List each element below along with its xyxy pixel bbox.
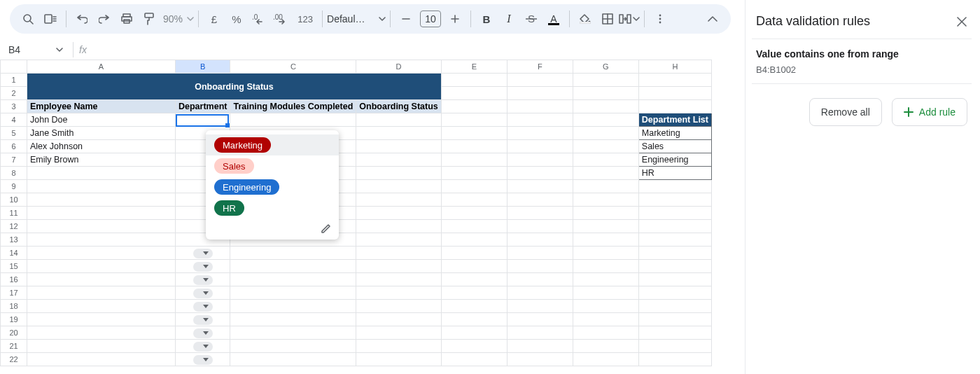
dropdown-cell[interactable] (176, 260, 230, 273)
zoom-dropdown[interactable]: 90% (160, 13, 194, 25)
col-header[interactable]: F (507, 60, 573, 74)
bold-button[interactable]: B (477, 9, 496, 29)
cell[interactable]: HR (638, 167, 711, 180)
remove-all-button[interactable]: Remove all (809, 98, 882, 126)
increase-font-size-button[interactable] (445, 9, 465, 29)
row-header[interactable]: 2 (1, 87, 27, 100)
row-header[interactable]: 5 (1, 127, 27, 140)
undo-icon[interactable] (72, 9, 92, 29)
col-header[interactable]: C (230, 60, 356, 74)
dropdown-option[interactable]: Sales (206, 155, 339, 176)
row-header[interactable]: 17 (1, 286, 27, 300)
cell[interactable]: Emily Brown (27, 153, 176, 167)
font-family-dropdown[interactable]: Defaul… (327, 13, 386, 25)
svg-rect-7 (122, 17, 132, 21)
table-header[interactable]: Department (176, 100, 230, 113)
text-color-button[interactable]: A (544, 9, 564, 29)
validation-rule-card[interactable]: Value contains one from range B4:B1002 (752, 39, 972, 84)
dropdown-cell[interactable] (176, 247, 230, 260)
currency-button[interactable]: £ (204, 9, 224, 29)
svg-text:.0: .0 (252, 13, 258, 21)
table-header[interactable]: Employee Name (27, 100, 176, 113)
cell-active[interactable] (176, 113, 230, 127)
row-header[interactable]: 4 (1, 113, 27, 127)
select-all-cell[interactable] (1, 60, 27, 74)
row-header[interactable]: 21 (1, 340, 27, 353)
cell[interactable]: Engineering (638, 153, 711, 167)
search-icon[interactable] (18, 9, 38, 29)
row-header[interactable]: 7 (1, 153, 27, 167)
col-header[interactable]: A (27, 60, 176, 74)
col-header[interactable]: G (573, 60, 638, 74)
cell[interactable]: Marketing (638, 127, 711, 140)
dropdown-option[interactable]: Engineering (206, 176, 339, 198)
cell[interactable]: Alex Johnson (27, 140, 176, 153)
print-icon[interactable] (117, 9, 136, 29)
chevron-down-icon (187, 15, 194, 22)
row-header[interactable]: 6 (1, 140, 27, 153)
row-header[interactable]: 11 (1, 207, 27, 220)
row-header[interactable]: 13 (1, 233, 27, 247)
borders-button[interactable] (598, 9, 617, 29)
cell[interactable]: Jane Smith (27, 127, 176, 140)
row-header[interactable]: 16 (1, 273, 27, 286)
svg-rect-9 (145, 13, 153, 18)
dropdown-cell[interactable] (176, 300, 230, 313)
dropdown-cell[interactable] (176, 326, 230, 340)
col-header[interactable]: H (638, 60, 711, 74)
col-header[interactable]: E (441, 60, 507, 74)
font-size-input[interactable]: 10 (420, 11, 441, 27)
svg-text:.00: .00 (273, 13, 283, 21)
decrease-decimal-button[interactable]: .0 (249, 9, 269, 29)
row-header[interactable]: 8 (1, 167, 27, 180)
cell[interactable]: Sales (638, 140, 711, 153)
cell[interactable]: John Doe (27, 113, 176, 127)
italic-button[interactable]: I (499, 9, 519, 29)
more-formats-button[interactable]: 123 (294, 9, 316, 29)
name-box[interactable]: B4 (4, 44, 63, 55)
svg-rect-21 (620, 15, 623, 23)
col-header[interactable]: D (356, 60, 442, 74)
table-header[interactable]: Onboarding Status (356, 100, 442, 113)
row-header[interactable]: 10 (1, 193, 27, 207)
dept-list-header[interactable]: Department List (638, 113, 711, 127)
dropdown-cell[interactable] (176, 353, 230, 366)
dropdown-edit-button[interactable] (206, 219, 339, 237)
add-rule-button[interactable]: Add rule (892, 98, 967, 126)
row-header[interactable]: 1 (1, 74, 27, 87)
col-header[interactable]: B (176, 60, 230, 74)
row-header[interactable]: 14 (1, 247, 27, 260)
dropdown-option[interactable]: Marketing (206, 134, 339, 155)
spreadsheet-grid[interactable]: A B C D E F G H 1 Onboarding Status 2 3 … (0, 60, 742, 366)
dropdown-option[interactable]: HR (206, 198, 339, 219)
dropdown-cell[interactable] (176, 313, 230, 326)
row-header[interactable]: 19 (1, 313, 27, 326)
row-header[interactable]: 22 (1, 353, 27, 366)
row-header[interactable]: 20 (1, 326, 27, 340)
increase-decimal-button[interactable]: .00 (272, 9, 291, 29)
collapse-toolbar-icon[interactable] (703, 9, 722, 29)
svg-rect-2 (45, 15, 52, 23)
more-icon[interactable] (650, 9, 670, 29)
close-icon[interactable] (956, 16, 967, 27)
row-header[interactable]: 3 (1, 100, 27, 113)
strikethrough-button[interactable]: S (522, 9, 541, 29)
merge-cells-button[interactable] (619, 14, 640, 24)
row-header[interactable]: 15 (1, 260, 27, 273)
side-panel: Data validation rules Value contains one… (752, 7, 972, 367)
dropdown-cell[interactable] (176, 340, 230, 353)
title-cell[interactable]: Onboarding Status (27, 74, 442, 100)
row-header[interactable]: 9 (1, 180, 27, 193)
menus-icon[interactable] (41, 9, 60, 29)
decrease-font-size-button[interactable] (396, 9, 416, 29)
paint-format-icon[interactable] (139, 9, 159, 29)
fill-color-button[interactable] (575, 9, 595, 29)
dropdown-cell[interactable] (176, 286, 230, 300)
rule-range: B4:B1002 (756, 64, 967, 75)
percent-button[interactable]: % (227, 9, 246, 29)
dropdown-cell[interactable] (176, 273, 230, 286)
row-header[interactable]: 12 (1, 220, 27, 233)
table-header[interactable]: Training Modules Completed (230, 100, 356, 113)
row-header[interactable]: 18 (1, 300, 27, 313)
redo-icon[interactable] (94, 9, 114, 29)
